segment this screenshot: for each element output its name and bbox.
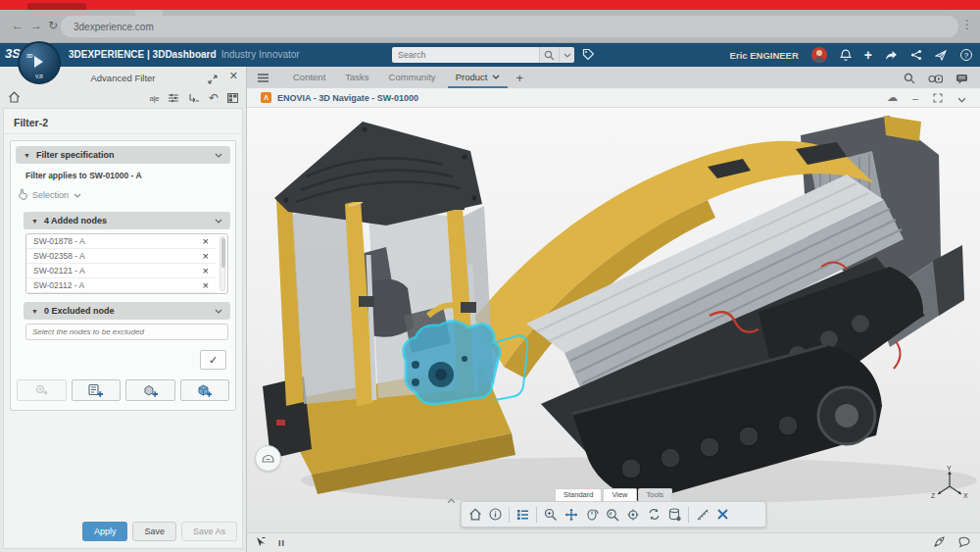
user-name[interactable]: Eric ENGINEER	[730, 50, 799, 61]
hierarchy-icon[interactable]	[188, 89, 200, 107]
chevron-down-icon[interactable]	[957, 89, 966, 107]
excluded-nodes-input[interactable]	[25, 324, 228, 340]
zoom-icon[interactable]	[544, 508, 558, 522]
toolbar-tab-standard[interactable]: Standard	[555, 488, 602, 501]
reload-icon[interactable]: ↻	[48, 19, 58, 32]
remove-node-icon[interactable]: ×	[203, 280, 209, 290]
filter-name: Filter-2	[4, 109, 242, 134]
excluded-nodes-header[interactable]: ▼ 0 Excluded node	[24, 302, 230, 320]
plane-icon[interactable]	[935, 49, 948, 61]
maximize-icon[interactable]	[933, 89, 943, 107]
cube-plus-button[interactable]	[180, 379, 230, 401]
pan-icon[interactable]	[564, 508, 578, 522]
toolbar-tab-tools[interactable]: Tools	[638, 488, 673, 501]
3d-model-drill-machine[interactable]	[247, 108, 980, 532]
chevron-down-icon[interactable]	[215, 219, 222, 224]
tab-community[interactable]: Community	[379, 72, 446, 88]
notifications-bell-icon[interactable]	[840, 49, 852, 62]
browser-menu-icon[interactable]: ⋮	[961, 18, 973, 31]
toolbar-tab-view[interactable]: View	[603, 488, 636, 501]
save-as-button[interactable]: Save As	[181, 522, 237, 541]
chevron-down-icon[interactable]	[215, 309, 222, 314]
scrollbar[interactable]	[220, 236, 225, 291]
browser-tab[interactable]	[27, 3, 86, 10]
confirm-check-button[interactable]: ✓	[200, 350, 226, 370]
3d-viewport[interactable]: Standard View Tools	[247, 108, 980, 532]
filter-options-icon[interactable]	[168, 89, 179, 107]
address-bar[interactable]: 3dexperience.com	[61, 16, 958, 37]
apply-button[interactable]: Apply	[82, 522, 128, 541]
info-icon[interactable]	[489, 508, 502, 521]
search-input[interactable]	[392, 47, 539, 63]
filter-panel: Filter-2 ▼ Filter specification Filter a…	[3, 108, 243, 549]
viewer-title-bar: Λ ENOVIA - 3D Navigate - SW-01000 ☁ –	[247, 88, 980, 108]
home-icon[interactable]	[8, 89, 21, 107]
remove-node-icon[interactable]: ×	[203, 236, 209, 246]
menu-icon[interactable]	[257, 74, 270, 82]
list-item[interactable]: SW-02112 - A ×	[26, 278, 216, 293]
user-avatar[interactable]	[811, 47, 827, 63]
close-widget-icon[interactable]: ✕	[229, 71, 238, 88]
tag-icon[interactable]	[582, 47, 595, 65]
tab-content[interactable]: Content	[283, 72, 335, 88]
gear-plus-button[interactable]	[17, 379, 67, 401]
database-icon[interactable]	[668, 508, 681, 522]
measure-icon[interactable]	[696, 508, 710, 522]
app-name: Industry Innovator	[221, 49, 300, 60]
help-icon[interactable]: ?	[960, 49, 972, 61]
scrollbar-thumb[interactable]	[221, 238, 225, 268]
user-cluster: Eric ENGINEER + ?	[730, 43, 972, 67]
filter-action-buttons: Apply Save Save As	[82, 522, 237, 541]
svg-text:Y: Y	[947, 466, 952, 472]
list-item[interactable]: SW-01878 - A ×	[26, 234, 216, 249]
3dexperience-compass[interactable]: 3D V.R	[18, 41, 61, 84]
forward-icon[interactable]: →	[30, 19, 42, 32]
collapse-toolbar-icon[interactable]	[447, 490, 456, 508]
rotate-mouse-icon[interactable]	[585, 508, 599, 521]
home-view-icon[interactable]	[468, 508, 482, 521]
remove-node-icon[interactable]: ×	[203, 266, 209, 276]
tab-tasks[interactable]: Tasks	[335, 72, 378, 88]
cloud-icon[interactable]: ☁	[887, 91, 898, 104]
panel-layout-icon[interactable]	[227, 89, 238, 107]
add-tab-icon[interactable]: +	[515, 71, 523, 85]
rocket-icon[interactable]	[933, 534, 946, 552]
minimize-icon[interactable]: –	[912, 92, 918, 104]
back-icon[interactable]: ←	[12, 19, 24, 32]
viewer-status-bar: II	[247, 532, 980, 552]
list-item[interactable]: SW-02121 - A ×	[26, 264, 216, 278]
refresh-view-icon[interactable]	[647, 508, 662, 521]
list-item[interactable]: SW-02358 - A ×	[26, 249, 216, 264]
expand-widget-icon[interactable]	[208, 71, 218, 88]
turntable-icon[interactable]	[626, 508, 640, 522]
added-nodes-header[interactable]: ▼ 4 Added nodes	[24, 212, 230, 229]
tab-product[interactable]: Product	[446, 72, 511, 88]
close-toolbar-icon[interactable]	[716, 508, 729, 521]
viewer-robot-button[interactable]	[255, 445, 281, 472]
filter-specification-header[interactable]: ▼ Filter specification	[16, 146, 230, 164]
pause-icon[interactable]: II	[278, 538, 285, 548]
add-content-icon[interactable]: +	[864, 47, 872, 63]
list-plus-button[interactable]	[72, 379, 122, 401]
share-nodes-icon[interactable]	[910, 49, 922, 61]
media-play-icon[interactable]	[928, 71, 943, 88]
undo-icon[interactable]: ↶	[209, 93, 219, 103]
chevron-down-icon[interactable]	[74, 193, 81, 198]
rename-filter-icon[interactable]: a|e	[149, 94, 158, 103]
remove-node-icon[interactable]: ×	[203, 251, 209, 261]
compass-top-label: 3D	[26, 53, 32, 59]
model-tree-icon[interactable]	[516, 509, 529, 521]
search-options-chevron-icon[interactable]	[559, 47, 574, 63]
part-plus-button[interactable]	[125, 379, 175, 401]
search-icon[interactable]	[539, 47, 559, 63]
save-button[interactable]: Save	[132, 522, 176, 541]
zoom-area-icon[interactable]	[606, 508, 619, 522]
comment-icon[interactable]	[958, 534, 971, 552]
caret-down-icon: ▼	[31, 308, 38, 315]
select-cursor-icon[interactable]	[256, 534, 267, 552]
chevron-down-icon[interactable]	[215, 153, 222, 158]
share-arrow-icon[interactable]	[885, 50, 898, 61]
comments-icon[interactable]	[956, 71, 968, 88]
search-page-icon[interactable]	[904, 71, 915, 88]
selection-mode[interactable]: Selection	[18, 186, 230, 204]
